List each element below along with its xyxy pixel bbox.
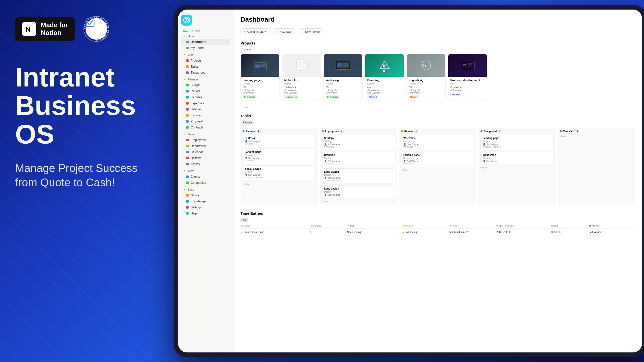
project-days: -11 days left xyxy=(409,89,443,92)
svg-rect-11 xyxy=(261,65,265,67)
projects-section-title: Projects xyxy=(240,41,635,45)
svg-rect-10 xyxy=(255,65,260,68)
project-card-webdesign[interactable]: Webdesign Design 50% -11 days left Soft … xyxy=(324,54,363,101)
kanban-col-header-inprogress: In progress 2 xyxy=(322,130,395,133)
svg-rect-34 xyxy=(468,66,473,67)
notion-badge-text: Made for Notion xyxy=(41,21,68,37)
project-card-branding[interactable]: B B Branding Design 0% -19 days left Sof… xyxy=(365,54,404,101)
new-task-button[interactable]: + New Task xyxy=(273,28,295,35)
sidebar-group-base[interactable]: ▼ Base xyxy=(181,187,230,192)
sidebar-item-knowledge[interactable]: Knowledge xyxy=(181,198,230,204)
project-assignee: Soft Wagner xyxy=(367,92,402,94)
project-card-landing[interactable]: Landing page Design 0% -11 days left Sof… xyxy=(240,54,279,101)
task-card[interactable]: Logo design Design 👤 Soft Wagner xyxy=(322,185,395,198)
task-card[interactable]: Logo sketch Design 👤 Soft Wagner 3 hours… xyxy=(322,168,395,184)
sidebar-item-timesheet[interactable]: Timesheet xyxy=(181,70,230,76)
sidebar-item-incomes[interactable]: Incomes xyxy=(181,94,230,100)
action-buttons-row: + Add Time Entry + New Task + New Projec… xyxy=(240,28,635,35)
kanban-column-review: Review 1 Wireframe Design 👤 Soft Wagner … xyxy=(399,128,476,205)
sidebar-item-companies[interactable]: Companies xyxy=(181,180,230,186)
task-card[interactable]: Landing page Design 👤 Soft Wagner 5 hour… xyxy=(480,135,554,150)
add-task-button[interactable]: + New xyxy=(322,200,395,203)
project-name: Branding xyxy=(367,79,402,82)
kanban-column-canceled: Canceled 0 + New xyxy=(558,128,635,205)
add-task-button[interactable]: + New xyxy=(480,166,554,169)
sidebar-group-finance[interactable]: ▼ Finance xyxy=(181,77,230,82)
project-card-frontend[interactable]: </> Frontend development UX -11 days lef… xyxy=(448,54,487,101)
sidebar-group-crm[interactable]: ▼ CRM xyxy=(181,168,230,174)
tasks-section-title: Tasks xyxy=(240,114,635,118)
sidebar-item-settings[interactable]: Settings xyxy=(181,204,230,210)
sidebar-item-notice[interactable]: Notice xyxy=(181,192,230,198)
project-tag: Design xyxy=(284,82,319,85)
kanban-board: Planned 2 UI Design 👤 Soft Wagner 0 minu… xyxy=(240,128,635,205)
kanban-column-planned: Planned 2 UI Design 👤 Soft Wagner 0 minu… xyxy=(240,128,318,205)
task-card[interactable]: Landing page Design 👤 Soft Wagner 0 minu… xyxy=(243,149,316,164)
svg-text:N: N xyxy=(26,26,30,33)
task-card[interactable]: Branding Strategy 👤 Soft Wagner 0 minute… xyxy=(322,152,395,167)
new-project-button[interactable]: + New Project xyxy=(299,28,324,35)
sidebar-item-assets[interactable]: Assets xyxy=(181,161,230,167)
sidebar-item-help[interactable]: Help xyxy=(181,210,230,216)
sidebar-item-salaries[interactable]: Salaries xyxy=(181,106,230,112)
tablet-frame: Navigation ▼ Home Dashboard My Board ▼ xyxy=(174,5,644,357)
sidebar-item-invoices[interactable]: Invoices xyxy=(181,112,230,118)
kanban-column-inprogress: In progress 2 Strategy Strategy 👤 Soft W… xyxy=(320,128,397,205)
sidebar-item-department[interactable]: Department xyxy=(181,143,230,149)
add-project-button[interactable]: + New xyxy=(240,105,635,110)
add-task-button[interactable]: + New xyxy=(560,135,633,138)
filter-all-button[interactable]: All xyxy=(240,218,248,222)
svg-text:</>: </> xyxy=(462,64,467,66)
kanban-column-completed: Completed 1 Landing page Design 👤 Soft W… xyxy=(478,128,556,205)
status-badge: In progress xyxy=(326,95,340,99)
sidebar-item-clients[interactable]: Clients xyxy=(181,174,230,180)
projects-grid: Landing page Design 0% -11 days left Sof… xyxy=(240,54,635,101)
sidebar-item-myboard[interactable]: My Board xyxy=(181,45,230,51)
add-time-entry-button[interactable]: + Add Time Entry xyxy=(240,28,269,35)
sidebar-item-projects[interactable]: Projects xyxy=(181,58,230,64)
main-heading: IntranetBusiness OS xyxy=(15,63,151,148)
project-card-mobile-app[interactable]: Mobile App Design 19 days left -11 days … xyxy=(282,54,321,101)
task-card[interactable]: Strategy Strategy 👤 Soft Wagner 0 minute… xyxy=(322,135,395,150)
sidebar-item-budget[interactable]: Budget xyxy=(181,82,230,88)
sidebar-item-calendar[interactable]: Calendar xyxy=(181,149,230,155)
sidebar-item-dashboard[interactable]: Dashboard xyxy=(181,39,230,45)
project-progress: 0% xyxy=(367,86,402,88)
sidebar-group-home[interactable]: ▼ Home xyxy=(181,33,230,39)
task-card[interactable]: Social design Design 👤 Soft Wagner 5 hou… xyxy=(243,165,316,181)
task-card[interactable]: Webdesign Design 👤 Soft Wagner xyxy=(480,152,554,164)
task-card[interactable]: Wireframe Design 👤 Soft Wagner 0 minutes xyxy=(401,135,474,150)
project-days: -11 days left xyxy=(326,89,360,92)
project-tag: Design xyxy=(243,82,277,85)
sidebar-item-employees[interactable]: Employees xyxy=(181,137,230,143)
svg-point-7 xyxy=(186,19,187,21)
sidebar-item-proposal[interactable]: Proposal xyxy=(181,118,230,124)
time-entries-title: Time Entries xyxy=(240,211,635,215)
certified-checkmark-icon xyxy=(86,18,107,40)
project-card-logo[interactable]: h Logo design Design 0% -11 days left So… xyxy=(407,54,446,101)
task-card[interactable]: UI Design 👤 Soft Wagner 0 minutes xyxy=(243,135,316,147)
sidebar-item-report[interactable]: Report xyxy=(181,88,230,94)
task-card[interactable]: Landing page Design 👤 Soft Wagner 0 minu… xyxy=(401,152,474,167)
time-entry-row[interactable]: ● Create social post 5 Social design ● W… xyxy=(240,230,635,235)
add-task-button[interactable]: + New xyxy=(243,182,316,186)
sidebar-item-contracts[interactable]: Contracts xyxy=(181,124,230,130)
left-panel: N Made for Notion NOTION CERTIFIED · NOT… xyxy=(0,0,166,362)
sidebar-item-expenses[interactable]: Expenses xyxy=(181,100,230,106)
sidebar-group-work[interactable]: ▼ Work xyxy=(181,52,230,58)
svg-text:B: B xyxy=(383,64,385,68)
sidebar-item-tasks[interactable]: Tasks xyxy=(181,64,230,70)
plus-icon: + xyxy=(276,30,278,33)
project-progress: 19 days left xyxy=(284,86,319,88)
tasks-header: Kanban xyxy=(240,120,635,125)
add-task-button[interactable]: + New xyxy=(401,168,474,172)
kanban-view-button[interactable]: Kanban xyxy=(240,120,254,125)
projects-filter[interactable]: 🕐 Latest xyxy=(240,48,635,51)
sidebar-group-team[interactable]: ▼ Team xyxy=(181,131,230,137)
sidebar: Navigation ▼ Home Dashboard My Board ▼ xyxy=(178,10,233,352)
project-days: -19 days left xyxy=(367,89,402,92)
sidebar-item-holiday[interactable]: Holiday xyxy=(181,155,230,161)
notion-badge: N Made for Notion xyxy=(15,17,75,41)
project-days: -11 days left xyxy=(243,89,277,92)
tablet-screen: Navigation ▼ Home Dashboard My Board ▼ xyxy=(178,10,642,352)
